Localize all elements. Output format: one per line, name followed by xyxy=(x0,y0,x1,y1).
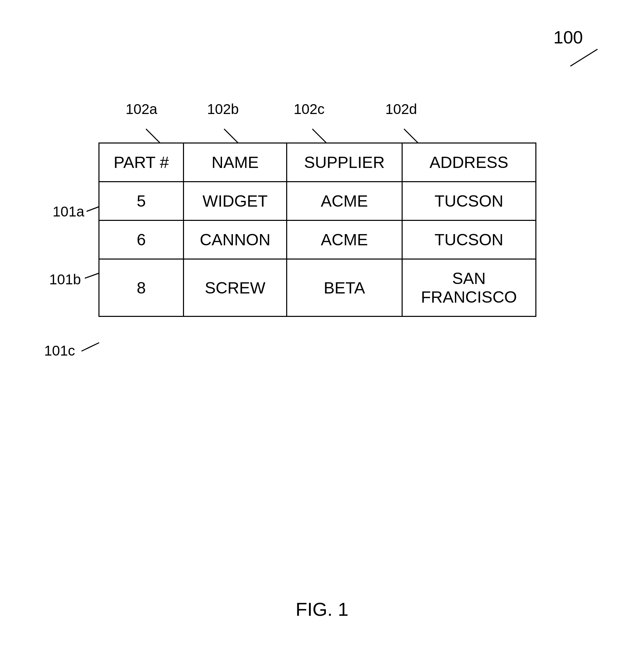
cell-row3-address: SANFRANCISCO xyxy=(402,259,536,317)
row-label-101b: 101b xyxy=(49,271,81,288)
row-label-101a: 101a xyxy=(53,204,84,220)
table-row: 8 SCREW BETA SANFRANCISCO xyxy=(99,259,536,317)
page-container: 100 102a 102b 102c 102d 101a 101b 101c P… xyxy=(0,0,644,666)
col-label-102b: 102b xyxy=(207,101,239,117)
figure-number-100: 100 xyxy=(553,27,583,48)
cell-row1-supplier: ACME xyxy=(287,182,402,221)
table-header-row: PART # NAME SUPPLIER ADDRESS xyxy=(99,143,536,182)
col-label-102c: 102c xyxy=(294,101,324,117)
cell-row2-supplier: ACME xyxy=(287,221,402,259)
cell-row2-name: CANNON xyxy=(184,221,287,259)
cell-row1-address: TUCSON xyxy=(402,182,536,221)
col-label-102a: 102a xyxy=(125,101,157,117)
col-header-supplier: SUPPLIER xyxy=(287,143,402,182)
row-label-101c: 101c xyxy=(44,343,75,359)
col-header-address: ADDRESS xyxy=(402,143,536,182)
cell-row1-part: 5 xyxy=(99,182,184,221)
svg-line-7 xyxy=(82,343,99,351)
col-header-part: PART # xyxy=(99,143,184,182)
svg-line-6 xyxy=(85,273,99,278)
arrows-overlay xyxy=(0,0,644,666)
cell-row3-name: SCREW xyxy=(184,259,287,317)
col-header-name: NAME xyxy=(184,143,287,182)
svg-line-5 xyxy=(87,206,100,211)
figure-caption: FIG. 1 xyxy=(296,598,349,620)
cell-row1-name: WIDGET xyxy=(184,182,287,221)
table-row: 6 CANNON ACME TUCSON xyxy=(99,221,536,259)
cell-row3-part: 8 xyxy=(99,259,184,317)
data-table-wrapper: PART # NAME SUPPLIER ADDRESS 5 WIDGET AC… xyxy=(99,142,537,317)
cell-row2-part: 6 xyxy=(99,221,184,259)
svg-line-0 xyxy=(570,49,597,66)
data-table: PART # NAME SUPPLIER ADDRESS 5 WIDGET AC… xyxy=(99,142,537,317)
table-row: 5 WIDGET ACME TUCSON xyxy=(99,182,536,221)
col-label-102d: 102d xyxy=(385,101,417,117)
cell-row3-supplier: BETA xyxy=(287,259,402,317)
cell-row2-address: TUCSON xyxy=(402,221,536,259)
